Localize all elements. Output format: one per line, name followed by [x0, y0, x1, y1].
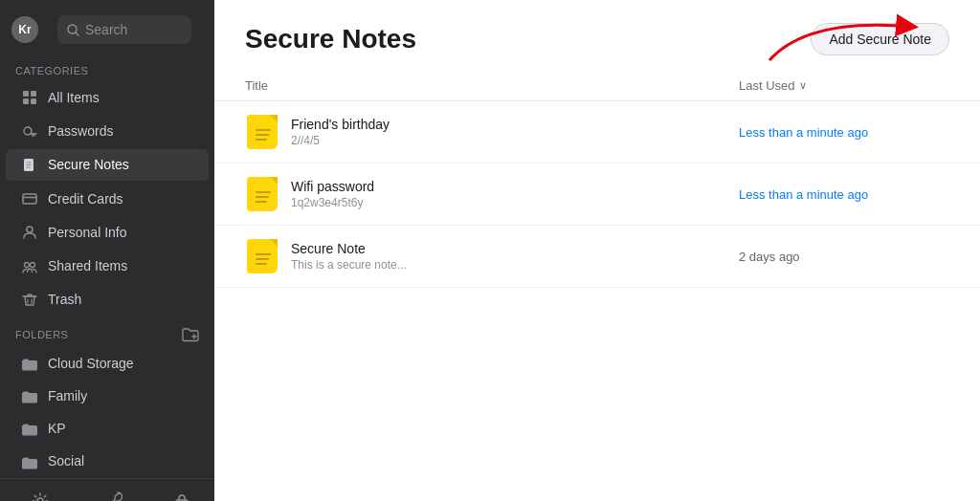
key-icon	[21, 122, 38, 139]
note-file-icon	[247, 115, 278, 149]
folders-section-header: Folders	[0, 316, 214, 346]
note-icon-wrap	[245, 115, 279, 149]
search-bar[interactable]: Search	[57, 15, 191, 44]
tools-button[interactable]: Tools	[87, 487, 143, 501]
sidebar-item-all-items-label: All Items	[48, 90, 100, 105]
folder-icon-2	[21, 388, 38, 403]
sidebar-item-secure-notes-label: Secure Notes	[48, 157, 129, 172]
note-text: Secure Note This is a secure note...	[291, 241, 739, 272]
sidebar-item-social-label: Social	[48, 453, 84, 468]
note-row[interactable]: Secure Note This is a secure note... 2 d…	[214, 226, 980, 288]
svg-point-16	[27, 227, 33, 232]
person-icon	[21, 224, 38, 240]
sidebar: Kr Search Categories All Items	[0, 0, 214, 501]
col-last-used-label[interactable]: Last Used ∨	[739, 78, 949, 93]
search-icon	[67, 21, 79, 38]
svg-rect-2	[23, 91, 29, 97]
svg-rect-4	[23, 98, 29, 104]
avatar[interactable]: Kr	[11, 16, 38, 43]
add-secure-note-button[interactable]: Add Secure Note	[811, 23, 949, 55]
sidebar-item-passwords[interactable]: Passwords	[6, 115, 209, 146]
folders-label: Folders	[15, 329, 68, 340]
svg-rect-14	[23, 194, 36, 204]
folder-icon	[21, 355, 38, 370]
categories-label: Categories	[0, 55, 214, 80]
svg-line-1	[76, 33, 78, 35]
trash-icon	[21, 292, 38, 308]
note-text: Friend's birthday 2//4/5	[291, 117, 739, 147]
svg-point-18	[31, 262, 35, 267]
add-folder-icon[interactable]	[182, 326, 199, 342]
svg-point-17	[25, 262, 30, 267]
grid-icon	[21, 89, 38, 105]
gear-icon	[31, 490, 50, 501]
note-preview: 2//4/5	[291, 134, 739, 147]
lock-button[interactable]: Lock	[155, 487, 208, 501]
folder-icon-3	[21, 421, 38, 436]
note-last-used: 2 days ago	[739, 250, 949, 264]
sidebar-item-shared-items[interactable]: Shared Items	[6, 250, 209, 281]
sidebar-item-passwords-label: Passwords	[48, 123, 113, 139]
lock-icon	[172, 490, 191, 501]
col-title-label: Title	[245, 78, 739, 93]
sidebar-item-credit-cards-label: Credit Cards	[48, 191, 123, 207]
note-row[interactable]: Friend's birthday 2//4/5 Less than a min…	[214, 101, 980, 163]
sidebar-item-cloud-storage-label: Cloud Storage	[48, 356, 134, 371]
note-icon-wrap	[245, 239, 279, 273]
note-preview: This is a secure note...	[291, 258, 739, 272]
note-text: Wifi password 1q2w3e4r5t6y	[291, 179, 739, 209]
sidebar-item-social[interactable]: Social	[6, 446, 209, 476]
sidebar-bottom-bar: Settings Tools Lock	[0, 478, 214, 501]
note-row[interactable]: Wifi password 1q2w3e4r5t6y Less than a m…	[214, 163, 980, 226]
sidebar-item-personal-info[interactable]: Personal Info	[6, 216, 209, 248]
sidebar-item-shared-items-label: Shared Items	[48, 258, 127, 273]
note-file-icon	[247, 239, 278, 273]
sidebar-item-trash-label: Trash	[48, 292, 81, 307]
note-icon	[21, 157, 38, 173]
note-name: Secure Note	[291, 241, 739, 256]
sidebar-item-trash[interactable]: Trash	[6, 284, 209, 316]
sidebar-item-kp[interactable]: KP	[6, 413, 209, 444]
note-name: Friend's birthday	[291, 117, 739, 132]
settings-button[interactable]: Settings	[7, 487, 76, 501]
page-title: Secure Notes	[245, 24, 416, 54]
folder-icon-4	[21, 453, 38, 468]
creditcard-icon	[21, 190, 38, 207]
sidebar-item-family[interactable]: Family	[6, 381, 209, 411]
sidebar-item-credit-cards[interactable]: Credit Cards	[6, 183, 209, 214]
sidebar-item-personal-info-label: Personal Info	[48, 225, 127, 240]
sidebar-item-kp-label: KP	[48, 421, 66, 436]
table-header: Title Last Used ∨	[214, 71, 980, 101]
note-name: Wifi password	[291, 179, 739, 194]
sidebar-item-all-items[interactable]: All Items	[6, 81, 209, 113]
note-file-icon	[247, 177, 278, 211]
note-last-used: Less than a minute ago	[739, 187, 949, 202]
shared-icon	[21, 257, 38, 273]
sort-icon: ∨	[799, 79, 807, 92]
svg-rect-5	[31, 98, 36, 104]
note-preview: 1q2w3e4r5t6y	[291, 196, 739, 209]
svg-rect-3	[31, 91, 36, 97]
sidebar-item-cloud-storage[interactable]: Cloud Storage	[6, 347, 209, 378]
main-header: Secure Notes Add Secure Note	[214, 0, 980, 71]
sidebar-item-secure-notes[interactable]: Secure Notes	[6, 149, 209, 181]
search-label: Search	[85, 22, 127, 37]
wrench-icon	[105, 490, 124, 501]
note-last-used: Less than a minute ago	[739, 125, 949, 140]
sidebar-item-family-label: Family	[48, 388, 87, 403]
main-content: Secure Notes Add Secure Note Title Last …	[214, 0, 980, 501]
note-icon-wrap	[245, 177, 279, 211]
